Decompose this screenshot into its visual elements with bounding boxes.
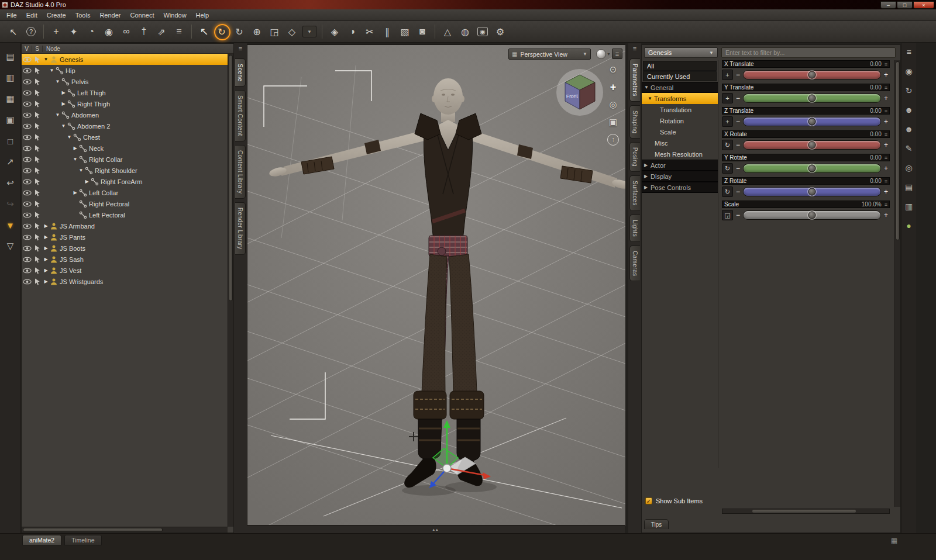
slider-value[interactable]: 0.00 [870,84,884,91]
tree-row[interactable]: ▶ JS Vest [22,265,228,276]
slider-track[interactable] [743,94,881,103]
menu-item[interactable]: Window [159,10,191,20]
minimize-button[interactable]: – [880,1,896,9]
pane-tab[interactable]: Smart Content [235,90,246,141]
increment-button[interactable]: + [882,211,890,219]
redo-icon[interactable]: ↪ [4,198,17,210]
selection-cursor-icon[interactable] [32,256,43,263]
menu-item[interactable]: File [2,10,22,20]
toolbar-icon[interactable] [435,25,435,39]
selection-cursor-icon[interactable] [32,278,43,285]
visibility-eye-icon[interactable] [22,190,32,196]
pane-tab[interactable]: Render Library [235,202,246,255]
visibility-eye-icon[interactable] [22,68,32,74]
selection-cursor-icon[interactable] [32,56,43,63]
visibility-eye-icon[interactable] [22,90,32,96]
slider-menu-icon[interactable]: ≡ [885,108,887,114]
parameter-group-item[interactable]: ▶ Display [642,171,718,182]
install-icon[interactable]: ▽ [4,240,17,252]
parameter-filter-input[interactable] [721,47,896,58]
tree-row[interactable]: ▼ Right Collar [22,154,228,165]
toolbar-icon[interactable] [43,25,44,39]
tool-filter-dropdown-icon[interactable]: ▼ [302,26,316,37]
selection-cursor-icon[interactable] [32,201,43,208]
zoom-icon[interactable]: ◎ [607,99,619,110]
spot-render-icon[interactable]: △ [439,23,456,40]
expand-arrow-icon[interactable]: ▶ [43,246,49,251]
expand-arrow-icon[interactable]: ▶ [72,146,78,151]
tree-row[interactable]: ▶ Right ForeArm [22,176,228,187]
slider-track[interactable] [743,70,881,79]
visibility-eye-icon[interactable] [22,201,32,207]
menu-item[interactable]: Help [191,10,214,20]
menu-item[interactable]: Edit [22,10,42,20]
surface-select-tool-icon[interactable]: ◈ [326,23,343,40]
new-file-icon[interactable]: ▤ [4,51,17,63]
pointer-tool-icon[interactable]: ↖ [195,23,213,40]
slider-track[interactable] [743,140,881,150]
tree-row[interactable]: Left Pectoral [22,209,228,220]
selection-cursor-icon[interactable] [32,212,43,219]
decrement-button[interactable]: − [734,188,742,196]
render-settings-icon[interactable]: ◍ [456,23,474,40]
expand-arrow-icon[interactable]: ▼ [54,112,61,117]
node-edit-tool-icon[interactable]: ◇ [283,23,301,40]
maximize-button[interactable]: □ [897,1,913,9]
tree-row[interactable]: ▼ Genesis [22,54,228,65]
tips-tab[interactable]: Tips [644,519,669,529]
pane-tab[interactable]: Scene [235,58,246,87]
parameter-group-item[interactable]: Currently Used [643,71,717,81]
actor-icon[interactable]: ☻ [903,124,915,134]
expand-arrow-icon[interactable]: ▼ [43,57,49,62]
burst-node-icon[interactable]: ✦ [65,23,82,40]
selection-cursor-icon[interactable] [32,89,43,96]
menu-item[interactable]: Tools [71,10,95,20]
selection-cursor-icon[interactable] [32,156,43,163]
slider-menu-icon[interactable]: ≡ [885,202,887,208]
visibility-eye-icon[interactable] [22,101,32,107]
selection-cursor-icon[interactable] [32,67,43,74]
selection-cursor-icon[interactable] [32,167,43,174]
tree-row[interactable]: ▶ JS Pants [22,231,228,243]
pane-tab[interactable]: Posing [629,142,640,172]
tree-row[interactable]: ▼ Right Shoulder [22,165,228,176]
update-swirl-icon[interactable]: ↻ [903,85,915,96]
viewport-canvas[interactable]: Front ▦ Perspective View ▼ ▼ ≡ ⊙+◎▣↑ [247,44,625,525]
toolbar-icon[interactable] [322,25,322,39]
pane-tab[interactable]: Surfaces [629,175,640,211]
rotate-tool-icon[interactable]: ↻ [230,23,248,40]
increment-button[interactable]: + [882,71,890,79]
expand-arrow-icon[interactable]: ▶ [72,190,78,195]
parameter-group-item[interactable]: ▼ General [642,82,718,93]
parameter-group-item[interactable]: Misc [642,137,718,148]
increment-button[interactable]: + [882,188,890,196]
expand-arrow-icon[interactable]: ▼ [66,134,73,140]
tree-row[interactable]: ▶ Left Collar [22,187,228,198]
pane-menu-icon[interactable]: ≡ [633,45,636,54]
slider-value[interactable]: 0.00 [870,178,884,184]
pan-icon[interactable]: + [607,81,619,93]
tree-row[interactable]: ▶ Neck [22,143,228,154]
geometry-edit-icon[interactable]: ✂ [361,23,378,40]
tree-row[interactable]: ▼ Hip [22,65,228,76]
figure-icon[interactable]: ☻ [903,105,915,115]
undo-icon[interactable]: ↩ [4,177,17,189]
content-stack-icon[interactable]: ▤ [903,182,915,192]
pane-tab[interactable]: Lights [629,215,640,242]
expand-arrow-icon[interactable]: ▶ [43,223,49,229]
slider-track[interactable] [743,117,881,126]
slider-knob[interactable] [808,165,816,172]
slider-knob[interactable] [808,141,816,149]
scrollbar-thumb[interactable] [23,528,163,532]
save-icon[interactable]: ▣ [4,114,17,126]
expand-arrow-icon[interactable]: ▶ [60,90,67,95]
expand-arrow-icon[interactable]: ▼ [78,168,84,173]
increment-button[interactable]: + [882,117,890,126]
layer-blend-icon[interactable]: ▧ [396,23,414,40]
pane-tab[interactable]: Content Library [235,145,246,199]
visibility-eye-icon[interactable] [22,234,32,240]
view-selector-dropdown[interactable]: ▦ Perspective View ▼ [508,49,591,60]
open-file-icon[interactable]: ▥ [4,72,17,84]
menu-item[interactable]: Render [95,10,125,20]
expand-arrow-icon[interactable]: ▶ [43,257,49,262]
